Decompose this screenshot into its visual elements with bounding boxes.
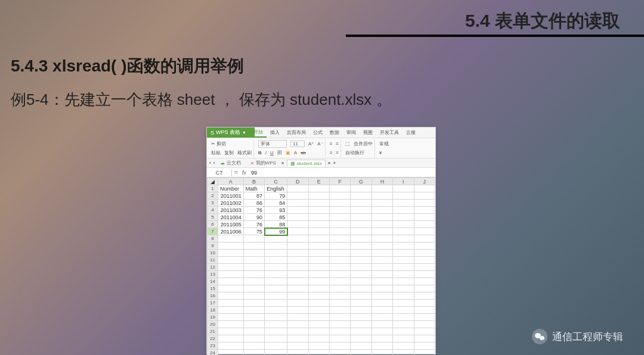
cell[interactable] [414, 278, 435, 285]
cell[interactable] [287, 200, 308, 207]
cell[interactable] [351, 271, 371, 278]
column-header[interactable]: B [243, 178, 264, 185]
cell[interactable] [351, 307, 371, 314]
cell[interactable] [265, 264, 287, 271]
cell[interactable] [329, 185, 350, 192]
cell[interactable] [414, 292, 435, 300]
cell[interactable] [308, 278, 329, 285]
row-header[interactable]: 18 [208, 307, 218, 314]
spreadsheet-grid[interactable]: ◢ABCDEFGHIJ1NumberMathEnglish22011001877… [207, 178, 435, 355]
cell[interactable] [414, 185, 435, 192]
cell[interactable] [351, 242, 371, 250]
column-header[interactable]: H [371, 178, 392, 185]
strikethrough-button[interactable]: ab [301, 150, 306, 155]
italic-button[interactable]: I [265, 150, 267, 155]
merge-button[interactable]: 合并居中 [354, 141, 373, 147]
cell[interactable] [329, 192, 350, 200]
cell[interactable] [371, 300, 392, 307]
cell[interactable] [308, 328, 329, 335]
cell[interactable] [371, 292, 392, 300]
cell[interactable] [287, 335, 308, 342]
cell[interactable] [265, 271, 287, 278]
cell[interactable] [371, 271, 392, 278]
row-header[interactable]: 1 [208, 185, 218, 192]
cloud-tab[interactable]: ☁ 云文档 [217, 159, 244, 167]
cell[interactable] [371, 342, 392, 350]
cell[interactable] [308, 214, 329, 221]
cell[interactable] [414, 228, 435, 235]
cell[interactable] [308, 264, 329, 271]
row-header[interactable]: 4 [208, 207, 218, 214]
cell[interactable] [287, 307, 308, 314]
row-header[interactable]: 9 [208, 242, 218, 250]
cell[interactable] [265, 350, 287, 356]
cell[interactable] [265, 257, 287, 264]
cell[interactable] [265, 321, 287, 328]
cell[interactable] [218, 242, 244, 250]
cell[interactable] [351, 250, 371, 257]
font-color-button[interactable]: A [294, 150, 297, 155]
cell[interactable] [329, 328, 350, 335]
menu-tab[interactable]: 视图 [360, 128, 376, 137]
cell[interactable] [351, 292, 371, 300]
row-header[interactable]: 23 [208, 342, 218, 350]
cell[interactable] [414, 250, 435, 257]
cell[interactable] [371, 307, 392, 314]
cell[interactable] [329, 350, 350, 356]
cell[interactable] [371, 228, 392, 235]
cell[interactable] [287, 264, 308, 271]
cell[interactable] [287, 314, 308, 321]
cell[interactable] [371, 314, 392, 321]
cell[interactable] [393, 242, 414, 250]
cell[interactable] [308, 307, 329, 314]
cell[interactable] [351, 321, 371, 328]
currency-icon[interactable]: ¥ [379, 150, 389, 155]
cell[interactable] [287, 278, 308, 285]
cell[interactable] [287, 292, 308, 300]
cell[interactable] [265, 314, 287, 321]
cell[interactable] [393, 192, 414, 200]
cell[interactable] [243, 342, 264, 350]
fx-history-icon[interactable]: ⟲ [232, 170, 240, 175]
cell[interactable] [329, 250, 350, 257]
cell[interactable] [287, 242, 308, 250]
column-header[interactable]: G [351, 178, 371, 185]
column-header[interactable]: I [393, 178, 414, 185]
cell[interactable] [265, 328, 287, 335]
cell[interactable] [371, 235, 392, 242]
cell[interactable] [329, 307, 350, 314]
cell[interactable] [371, 250, 392, 257]
cell[interactable] [308, 321, 329, 328]
cell[interactable] [351, 207, 371, 214]
wrap-button[interactable]: 自动换行 [345, 150, 364, 156]
cell[interactable] [243, 250, 264, 257]
cell[interactable] [351, 185, 371, 192]
cell[interactable] [265, 307, 287, 314]
cell[interactable]: 2011006 [218, 228, 244, 235]
column-header[interactable]: F [329, 178, 350, 185]
fx-label[interactable]: fx [240, 170, 249, 176]
cell[interactable] [393, 235, 414, 242]
cell[interactable] [287, 342, 308, 350]
font-increase-icon[interactable]: A⁺ [308, 141, 314, 147]
cell[interactable] [351, 235, 371, 242]
cell[interactable] [414, 307, 435, 314]
cell[interactable] [371, 350, 392, 356]
cell[interactable] [351, 200, 371, 207]
row-header[interactable]: 8 [208, 235, 218, 242]
cell[interactable]: 79 [265, 192, 287, 200]
cell[interactable] [308, 350, 329, 356]
cell[interactable] [393, 307, 414, 314]
cell[interactable] [243, 314, 264, 321]
row-header[interactable]: 19 [208, 314, 218, 321]
cell[interactable] [243, 264, 264, 271]
cell[interactable] [329, 314, 350, 321]
row-header[interactable]: 20 [208, 321, 218, 328]
cell[interactable] [414, 192, 435, 200]
cell[interactable]: 99 [265, 228, 287, 235]
align-left-icon[interactable]: ≡ [330, 150, 333, 155]
row-header[interactable]: 15 [208, 285, 218, 292]
cell[interactable] [287, 228, 308, 235]
column-header[interactable]: D [287, 178, 308, 185]
cell[interactable] [308, 192, 329, 200]
